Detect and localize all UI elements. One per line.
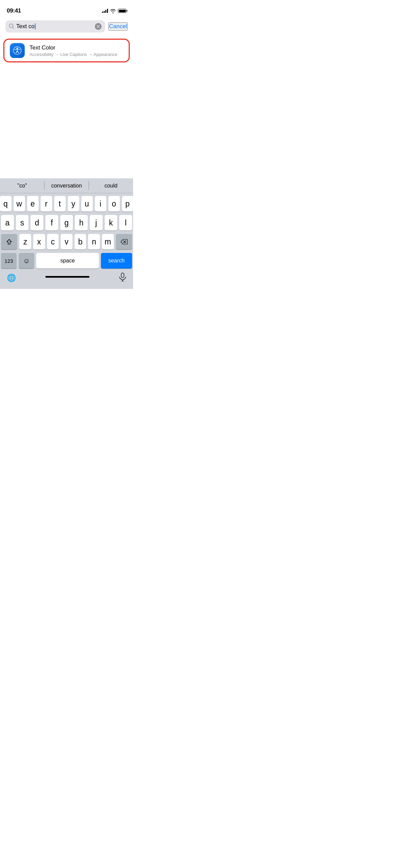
svg-point-4	[17, 47, 18, 49]
bottom-bar: 🌐	[0, 270, 133, 289]
results-container: Text Color Accessibility → Live Captions…	[0, 36, 133, 65]
result-title: Text Color	[29, 44, 123, 51]
keyboard-row-2: a s d f g h j k l	[1, 215, 132, 231]
status-time: 09:41	[7, 7, 21, 14]
status-icons	[102, 9, 126, 13]
autocomplete-item-0[interactable]: "co"	[0, 178, 44, 193]
key-f[interactable]: f	[45, 215, 58, 231]
svg-rect-11	[121, 273, 124, 278]
key-h[interactable]: h	[75, 215, 88, 231]
keyboard-row-3: z x c v b n m	[1, 234, 132, 250]
autocomplete-item-1[interactable]: conversation	[44, 178, 89, 193]
key-b[interactable]: b	[75, 234, 86, 250]
key-a[interactable]: a	[1, 215, 14, 231]
result-text: Text Color Accessibility → Live Captions…	[29, 44, 123, 57]
search-bar[interactable]: Text co	[5, 20, 105, 33]
key-m[interactable]: m	[102, 234, 114, 250]
key-d[interactable]: d	[30, 215, 43, 231]
key-u[interactable]: u	[81, 196, 93, 212]
key-r[interactable]: r	[41, 196, 52, 212]
key-t[interactable]: t	[54, 196, 66, 212]
key-s[interactable]: s	[16, 215, 29, 231]
key-z[interactable]: z	[19, 234, 31, 250]
shift-key[interactable]	[1, 234, 17, 250]
text-cursor	[35, 23, 36, 29]
key-w[interactable]: w	[14, 196, 25, 212]
key-j[interactable]: j	[90, 215, 103, 231]
svg-line-1	[13, 27, 14, 28]
delete-key[interactable]	[116, 234, 132, 250]
cancel-button[interactable]: Cancel	[108, 22, 128, 31]
key-o[interactable]: o	[108, 196, 120, 212]
keyboard-row-4: 123 ☺ space search	[1, 253, 132, 269]
space-key[interactable]: space	[36, 253, 99, 269]
search-input[interactable]: Text co	[16, 23, 93, 30]
key-x[interactable]: x	[33, 234, 45, 250]
search-query-text: Text co	[16, 23, 35, 30]
accessibility-icon	[10, 43, 25, 58]
keyboard-row-1: q w e r t y u i o p	[1, 196, 132, 212]
key-g[interactable]: g	[60, 215, 73, 231]
home-indicator	[45, 276, 89, 278]
globe-icon[interactable]: 🌐	[7, 274, 16, 282]
search-bar-container: Text co Cancel	[0, 17, 133, 36]
search-key[interactable]: search	[101, 253, 132, 269]
wifi-icon	[110, 9, 116, 13]
autocomplete-item-2[interactable]: could	[89, 178, 133, 193]
signal-icon	[102, 9, 108, 13]
key-l[interactable]: l	[119, 215, 132, 231]
key-c[interactable]: c	[47, 234, 59, 250]
result-item[interactable]: Text Color Accessibility → Live Captions…	[3, 39, 130, 62]
keyboard: "co" conversation could q w e r t y u i …	[0, 178, 133, 289]
status-bar: 09:41	[0, 0, 133, 17]
key-q[interactable]: q	[0, 196, 12, 212]
clear-button[interactable]	[95, 23, 102, 30]
emoji-key[interactable]: ☺	[19, 253, 34, 269]
key-k[interactable]: k	[105, 215, 118, 231]
key-v[interactable]: v	[61, 234, 72, 250]
search-magnifier-icon	[9, 23, 14, 30]
mic-icon[interactable]	[119, 273, 126, 283]
keyboard-rows: q w e r t y u i o p a s d f g h j k l	[0, 193, 133, 270]
result-path: Accessibility → Live Captions → Appearan…	[29, 52, 123, 57]
numbers-key[interactable]: 123	[1, 253, 17, 269]
key-y[interactable]: y	[68, 196, 79, 212]
key-p[interactable]: p	[122, 196, 133, 212]
battery-icon	[118, 9, 126, 13]
key-n[interactable]: n	[88, 234, 100, 250]
autocomplete-bar: "co" conversation could	[0, 178, 133, 193]
key-e[interactable]: e	[27, 196, 39, 212]
key-i[interactable]: i	[95, 196, 106, 212]
